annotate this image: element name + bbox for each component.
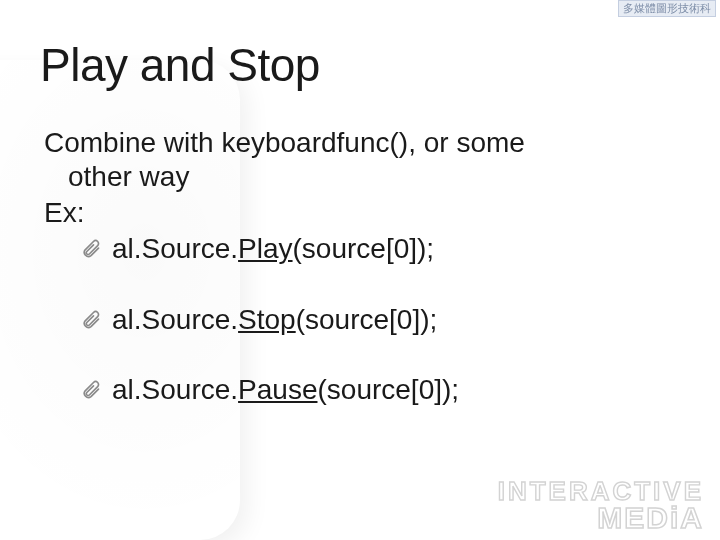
intro-line-1: Combine with keyboardfunc(), or some xyxy=(44,126,680,160)
code-line: al.Source.Play(source[0]); xyxy=(112,232,434,266)
list-item: al.Source.Pause(source[0]); xyxy=(44,373,680,407)
paperclip-icon xyxy=(80,235,102,263)
list-item: al.Source.Stop(source[0]); xyxy=(44,303,680,337)
intro-line-2: other way xyxy=(44,160,680,194)
watermark-line-1: INTERACTIVE xyxy=(498,479,704,504)
slide-content: Play and Stop Combine with keyboardfunc(… xyxy=(0,0,720,407)
code-line: al.Source.Stop(source[0]); xyxy=(112,303,437,337)
example-label: Ex: xyxy=(44,196,680,230)
top-right-badge: 多媒體圖形技術科 xyxy=(618,0,716,17)
paperclip-icon xyxy=(80,376,102,404)
paperclip-icon xyxy=(80,306,102,334)
watermark: INTERACTIVE MEDiA xyxy=(498,479,704,532)
slide-title: Play and Stop xyxy=(40,38,680,92)
list-item: al.Source.Play(source[0]); xyxy=(44,232,680,266)
slide-body: Combine with keyboardfunc(), or some oth… xyxy=(40,126,680,407)
code-line: al.Source.Pause(source[0]); xyxy=(112,373,459,407)
watermark-line-2: MEDiA xyxy=(498,504,704,533)
